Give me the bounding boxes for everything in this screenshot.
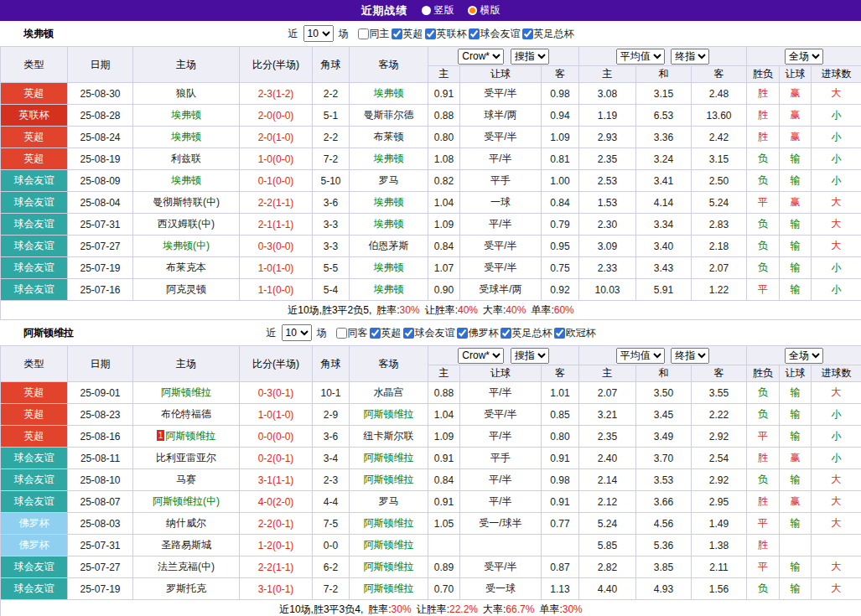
scope-select[interactable]: 全场 (785, 348, 823, 364)
home-team[interactable]: 狼队 (133, 83, 240, 105)
score[interactable]: 1-1(0-0) (240, 279, 313, 301)
score[interactable]: 0-3(0-0) (240, 236, 313, 257)
away-team[interactable]: 阿斯顿维拉 (350, 513, 428, 535)
home-team[interactable]: 埃弗顿 (133, 170, 240, 192)
away-team[interactable]: 阿斯顿维拉 (350, 578, 428, 600)
away-team[interactable]: 阿斯顿维拉 (350, 404, 428, 426)
away-team[interactable]: 埃弗顿 (350, 83, 428, 105)
league-filter-checkbox[interactable]: 同主 (358, 27, 390, 41)
odds-type-select[interactable]: 搜指 (511, 49, 549, 65)
score[interactable]: 2-0(1-0) (240, 127, 313, 148)
layout-radio-vertical[interactable]: 竖版 (422, 3, 454, 18)
away-team[interactable]: 阿斯顿维拉 (350, 556, 428, 578)
league-filter-checkbox[interactable]: 英足总杯 (522, 27, 574, 41)
score[interactable]: 2-1(1-1) (240, 214, 313, 236)
checkbox-input[interactable] (358, 28, 369, 39)
goals-result: 小 (812, 257, 861, 279)
home-team[interactable]: 比利亚雷亚尔 (133, 448, 240, 469)
score[interactable]: 1-2(0-1) (240, 535, 313, 556)
league-filter-checkbox[interactable]: 英超 (392, 27, 423, 41)
score[interactable]: 1-0(1-0) (240, 257, 313, 279)
scope-select[interactable]: 全场 (785, 49, 823, 65)
summary-stat-label: 让胜率: (417, 603, 449, 615)
games-count-select[interactable]: 10 (303, 25, 334, 42)
league-filter-checkbox[interactable]: 英联杯 (425, 27, 467, 41)
checkbox-input[interactable] (425, 28, 436, 39)
score[interactable]: 2-2(1-1) (240, 556, 313, 578)
league-filter-checkbox[interactable]: 欧冠杯 (554, 326, 596, 340)
league-filter-checkbox[interactable]: 同客 (336, 326, 368, 340)
home-team[interactable]: 利兹联 (133, 148, 240, 170)
league-filter-checkbox[interactable]: 英足总杯 (501, 326, 552, 340)
home-team[interactable]: 埃弗顿 (133, 105, 240, 127)
odds-type-select[interactable]: 搜指 (511, 348, 549, 364)
home-team[interactable]: 纳什威尔 (133, 513, 240, 535)
home-team[interactable]: 1阿斯顿维拉 (133, 426, 240, 448)
home-team[interactable]: 布伦特福德 (133, 404, 240, 426)
away-team[interactable]: 罗马 (350, 491, 428, 513)
score[interactable]: 0-3(0-1) (240, 382, 313, 404)
away-team[interactable]: 伯恩茅斯 (350, 236, 428, 257)
avg-odds-select[interactable]: 平均值 (616, 49, 665, 65)
checkbox-input[interactable] (501, 328, 511, 339)
home-team[interactable]: 曼彻斯特联(中) (133, 192, 240, 214)
away-team[interactable]: 埃弗顿 (350, 257, 428, 279)
home-team[interactable]: 布莱克本 (133, 257, 240, 279)
away-team[interactable]: 阿斯顿维拉 (350, 448, 428, 469)
odds-company-select[interactable]: Crow* (458, 348, 504, 364)
checkbox-input[interactable] (554, 328, 565, 339)
score[interactable]: 2-2(0-1) (240, 513, 313, 535)
away-team[interactable]: 纽卡斯尔联 (350, 426, 428, 448)
home-team[interactable]: 阿斯顿维拉 (133, 382, 240, 404)
checkbox-input[interactable] (392, 28, 402, 39)
score[interactable]: 0-1(0-0) (240, 170, 313, 192)
league-filter-checkbox[interactable]: 英超 (370, 326, 402, 340)
score[interactable]: 0-2(0-1) (240, 448, 313, 469)
games-count-select[interactable]: 10 (282, 324, 312, 341)
home-team[interactable]: 埃弗顿 (133, 127, 240, 148)
away-team[interactable]: 埃弗顿 (350, 148, 428, 170)
league-filter-checkbox[interactable]: 球会友谊 (469, 27, 521, 41)
avg-odds-select[interactable]: 平均值 (616, 348, 665, 364)
away-team[interactable]: 埃弗顿 (350, 192, 428, 214)
away-team[interactable]: 曼斯菲尔德 (350, 105, 428, 127)
league-filter-checkbox[interactable]: 球会友谊 (403, 326, 455, 340)
col-score: 比分(半场) (240, 47, 313, 83)
away-team[interactable]: 布莱顿 (350, 127, 428, 148)
score[interactable]: 2-0(0-0) (240, 105, 313, 127)
layout-radio-horizontal[interactable]: 横版 (468, 3, 501, 18)
checkbox-input[interactable] (457, 328, 468, 339)
home-team[interactable]: 埃弗顿(中) (133, 236, 240, 257)
home-team[interactable]: 法兰克福(中) (133, 556, 240, 578)
home-team[interactable]: 阿斯顿维拉(中) (133, 491, 240, 513)
score[interactable]: 3-1(0-1) (240, 578, 313, 600)
checkbox-input[interactable] (469, 28, 480, 39)
away-team[interactable]: 埃弗顿 (350, 279, 428, 301)
home-team[interactable]: 阿克灵顿 (133, 279, 240, 301)
away-team[interactable]: 阿斯顿维拉 (350, 535, 428, 556)
score[interactable]: 3-1(1-1) (240, 469, 313, 491)
checkbox-input[interactable] (522, 28, 533, 39)
score[interactable]: 4-0(2-0) (240, 491, 313, 513)
home-team[interactable]: 圣路易斯城 (133, 535, 240, 556)
score[interactable]: 2-3(1-2) (240, 83, 313, 105)
checkbox-input[interactable] (336, 328, 347, 339)
home-team[interactable]: 罗斯托克 (133, 578, 240, 600)
league-filter-checkbox[interactable]: 佛罗杯 (457, 326, 499, 340)
score[interactable]: 2-2(1-1) (240, 192, 313, 214)
score[interactable]: 0-0(0-0) (240, 426, 313, 448)
final-odds-select[interactable]: 终指 (671, 49, 709, 65)
final-odds-select[interactable]: 终指 (671, 348, 709, 364)
away-team[interactable]: 罗马 (350, 170, 428, 192)
score[interactable]: 1-0(0-0) (240, 148, 313, 170)
checkbox-input[interactable] (370, 328, 381, 339)
odds-company-select[interactable]: Crow* (458, 49, 504, 65)
home-team[interactable]: 西汉姆联(中) (133, 214, 240, 236)
away-team[interactable]: 阿斯顿维拉 (350, 469, 428, 491)
handicap-line (460, 535, 542, 556)
away-team[interactable]: 水晶宫 (350, 382, 428, 404)
away-team[interactable]: 埃弗顿 (350, 214, 428, 236)
home-team[interactable]: 马赛 (133, 469, 240, 491)
score[interactable]: 1-0(1-0) (240, 404, 313, 426)
checkbox-input[interactable] (403, 328, 414, 339)
